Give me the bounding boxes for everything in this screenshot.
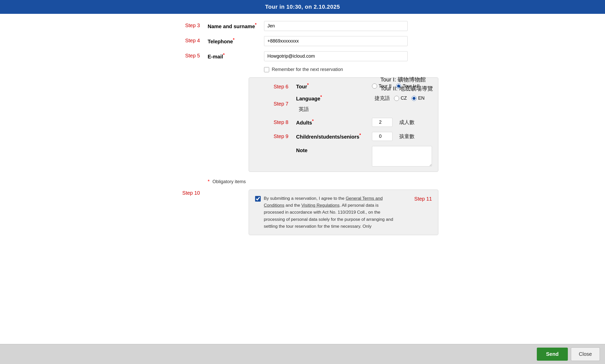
remember-row: Remember for the next reservation — [167, 64, 438, 75]
obligatory-star: * — [208, 179, 210, 184]
children-field-label: Children/students/seniors* — [296, 133, 368, 140]
terms-checkbox[interactable] — [255, 196, 261, 202]
name-label: Name and surname* — [208, 21, 264, 29]
email-input[interactable] — [264, 51, 408, 61]
children-chinese-label: 孩童數 — [399, 133, 415, 140]
terms-box: By submitting a reservation, I agree to … — [249, 190, 438, 235]
send-button[interactable]: Send — [537, 348, 568, 361]
step4-label: Step 4 — [167, 36, 208, 44]
remember-label[interactable]: Remember for the next reservation — [272, 67, 343, 72]
cz-radio[interactable] — [394, 96, 399, 101]
step8-label: Step 8 — [274, 119, 288, 125]
en-radio[interactable] — [411, 96, 417, 101]
remember-checkbox[interactable] — [264, 67, 269, 72]
language-field-label: Language* — [296, 95, 368, 102]
step9-label: Step 9 — [274, 133, 288, 139]
form-area: Step 3 Name and surname* Step 4 Telephon… — [162, 19, 443, 238]
obligatory-note: * Obligatory items — [208, 179, 438, 184]
step5-row: Step 5 E-mail* — [167, 49, 438, 63]
step5-label: Step 5 — [167, 51, 208, 59]
name-required-star: * — [255, 23, 257, 27]
cz-chinese-label: 捷克語 — [375, 95, 390, 102]
tour-ii-radio[interactable] — [372, 84, 377, 89]
tour-section-box: Tour I: 礦物博物館 Tour II: 地底礦場導覽 Step 6 Tou… — [249, 77, 438, 172]
terms-link2[interactable]: Visiting Regulations — [301, 203, 340, 208]
tour-field-label: Tour* — [296, 83, 368, 90]
step11-label: Step 11 — [414, 193, 432, 202]
name-input[interactable] — [264, 21, 408, 31]
step7-label: Step 7 — [274, 101, 288, 107]
close-button[interactable]: Close — [571, 347, 600, 361]
step3-row: Step 3 Name and surname* — [167, 19, 438, 33]
adults-input[interactable] — [372, 118, 392, 127]
email-input-wrapper — [264, 51, 438, 61]
telephone-input[interactable] — [264, 36, 408, 46]
adults-chinese-label: 成人數 — [399, 119, 415, 126]
telephone-input-wrapper — [264, 36, 438, 46]
en-chinese-label: 英語 — [299, 106, 309, 113]
tour-note: Tour I: 礦物博物館 Tour II: 地底礦場導覽 — [380, 75, 433, 93]
telephone-label: Telephone* — [208, 36, 264, 45]
step6-label: Step 6 — [274, 84, 288, 90]
title-bar: Tour in 10:30, on 2.10.2025 — [0, 0, 605, 14]
step4-row: Step 4 Telephone* — [167, 34, 438, 48]
cz-option[interactable]: CZ — [394, 96, 407, 101]
telephone-required-star: * — [233, 38, 235, 42]
terms-text[interactable]: By submitting a reservation, I agree to … — [264, 195, 396, 230]
step10-label: Step 10 — [182, 190, 200, 196]
language-radio-group: CZ EN — [394, 96, 425, 101]
note-field-label: Note — [296, 146, 368, 153]
email-required-star: * — [223, 53, 225, 57]
main-content: Step 3 Name and surname* Step 4 Telephon… — [0, 14, 605, 364]
page-title: Tour in 10:30, on 2.10.2025 — [265, 4, 340, 10]
email-label: E-mail* — [208, 51, 264, 60]
note-textarea[interactable] — [372, 146, 432, 167]
bottom-bar: Send Close — [0, 344, 605, 364]
en-option[interactable]: EN — [411, 96, 425, 101]
step3-label: Step 3 — [167, 21, 208, 28]
adults-field-label: Adults* — [296, 119, 368, 126]
children-input[interactable] — [372, 132, 392, 141]
name-input-wrapper — [264, 21, 438, 31]
